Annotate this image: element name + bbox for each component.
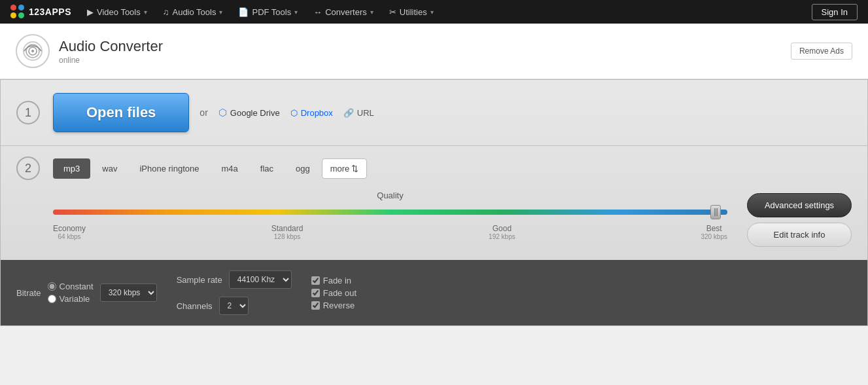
quality-slider[interactable] [53, 206, 727, 219]
quality-good: Good 192 kbps [489, 224, 515, 240]
app-title-text: Audio Converter online [59, 38, 163, 65]
channels-select[interactable]: 1 2 [219, 297, 249, 315]
chevron-up-down-icon: ⇅ [351, 164, 358, 174]
chevron-down-icon: ▾ [219, 9, 222, 16]
sample-rate-select[interactable]: 44100 Khz 22050 Khz 11025 Khz [229, 270, 292, 289]
google-drive-link[interactable]: ⬡ Google Drive [218, 107, 280, 119]
or-text: or [200, 107, 207, 118]
good-label: Good [489, 224, 515, 233]
fade-out-label: Fade out [323, 288, 356, 298]
audio-converter-icon [22, 41, 43, 62]
bitrate-group: Bitrate Constant Variable 320 kbps 256 k… [16, 282, 157, 304]
good-kbps: 192 kbps [489, 233, 515, 240]
quality-standard: Standard 128 kbps [271, 224, 304, 240]
audio-tools-icon: ♫ [163, 7, 169, 17]
advanced-settings-button[interactable]: Advanced settings [747, 193, 852, 217]
video-tools-icon: ▶ [87, 7, 94, 17]
reverse-option[interactable]: Reverse [311, 301, 356, 310]
settings-buttons: Advanced settings Edit track info [747, 193, 852, 247]
remove-ads-button[interactable]: Remove Ads [791, 43, 852, 60]
more-label: more [330, 164, 350, 174]
reverse-label: Reverse [323, 301, 355, 310]
fade-in-checkbox[interactable] [311, 276, 320, 285]
open-files-button[interactable]: Open files [53, 93, 189, 132]
quality-slider-area: Quality Economy 64 [53, 191, 727, 240]
pdf-tools-icon: 📄 [238, 7, 249, 17]
nav-utilities-label: Utilities [400, 7, 427, 17]
nav-video-tools[interactable]: ▶ Video Tools ▾ [80, 0, 154, 24]
bitrate-constant-option[interactable]: Constant [48, 282, 94, 291]
quality-economy: Economy 64 kbps [53, 224, 86, 240]
slider-track [53, 210, 727, 215]
fade-in-option[interactable]: Fade in [311, 276, 356, 285]
converter-panel: 1 Open files or ⬡ Google Drive ⬡ Dropbox… [0, 79, 868, 326]
channels-label: Channels [177, 301, 213, 311]
slider-thumb[interactable] [710, 205, 721, 219]
link-icon: 🔗 [343, 108, 354, 118]
tab-mp3[interactable]: mp3 [53, 158, 90, 179]
navbar: 123APPS ▶ Video Tools ▾ ♫ Audio Tools ▾ … [0, 0, 868, 24]
app-icon [16, 34, 50, 68]
converters-icon: ↔ [313, 7, 322, 17]
quality-best: Best 320 kbps [701, 224, 727, 240]
fade-out-option[interactable]: Fade out [311, 288, 356, 298]
google-drive-label: Google Drive [230, 108, 280, 118]
quality-section: Quality Economy 64 [1, 191, 867, 260]
nav-audio-tools-label: Audio Tools [172, 7, 216, 17]
slider-thumb-line2 [716, 208, 716, 216]
step2-number: 2 [16, 156, 40, 180]
logo[interactable]: 123APPS [10, 5, 71, 19]
bitrate-constant-radio[interactable] [48, 282, 56, 291]
logo-dots [10, 5, 25, 19]
slider-thumb-line [714, 208, 715, 216]
bitrate-label: Bitrate [16, 288, 41, 298]
bitrate-variable-radio[interactable] [48, 295, 56, 303]
dropbox-link[interactable]: ⬡ Dropbox [290, 108, 333, 118]
standard-kbps: 128 kbps [271, 233, 304, 240]
economy-kbps: 64 kbps [53, 233, 86, 240]
utilities-icon: ✂ [389, 7, 396, 17]
logo-dot-red [10, 5, 16, 10]
nav-converters[interactable]: ↔ Converters ▾ [307, 0, 380, 24]
dropbox-icon: ⬡ [290, 108, 298, 118]
more-formats-dropdown[interactable]: more ⇅ [322, 158, 368, 179]
economy-label: Economy [53, 224, 86, 233]
fade-out-checkbox[interactable] [311, 289, 320, 297]
sample-rate-label: Sample rate [177, 275, 222, 285]
bitrate-variable-option[interactable]: Variable [48, 294, 94, 304]
nav-pdf-tools-label: PDF Tools [252, 7, 291, 17]
step1-row: 1 Open files or ⬡ Google Drive ⬡ Dropbox… [1, 80, 867, 146]
sign-in-button[interactable]: Sign In [812, 4, 858, 20]
nav-utilities[interactable]: ✂ Utilities ▾ [383, 0, 440, 24]
reverse-checkbox[interactable] [311, 301, 320, 310]
logo-dot-blue [18, 5, 24, 10]
format-row: 2 mp3 wav iPhone ringtone m4a flac ogg m… [1, 146, 867, 191]
tab-ogg[interactable]: ogg [285, 158, 321, 179]
header-area: Audio Converter online Remove Ads [0, 24, 868, 79]
bitrate-variable-label: Variable [60, 294, 90, 304]
effects-group: Fade in Fade out Reverse [311, 276, 356, 310]
logo-dot-green [18, 12, 24, 18]
dropbox-label: Dropbox [301, 108, 333, 118]
url-link[interactable]: 🔗 URL [343, 108, 374, 118]
tab-wav[interactable]: wav [92, 158, 128, 179]
step1-number: 1 [16, 101, 40, 124]
bitrate-radio-group: Constant Variable [48, 282, 94, 304]
tab-iphone-ringtone[interactable]: iPhone ringtone [129, 158, 209, 179]
url-label: URL [357, 108, 374, 118]
nav-audio-tools[interactable]: ♫ Audio Tools ▾ [156, 0, 230, 24]
quality-label: Quality [53, 191, 727, 200]
standard-label: Standard [271, 224, 304, 233]
logo-text: 123APPS [29, 7, 71, 17]
nav-converters-label: Converters [325, 7, 367, 17]
tab-flac[interactable]: flac [250, 158, 284, 179]
step2-area: 2 mp3 wav iPhone ringtone m4a flac ogg m… [1, 146, 867, 260]
tab-m4a[interactable]: m4a [211, 158, 249, 179]
nav-pdf-tools[interactable]: 📄 PDF Tools ▾ [232, 0, 304, 24]
advanced-panel: Bitrate Constant Variable 320 kbps 256 k… [1, 260, 867, 325]
google-drive-icon: ⬡ [218, 107, 227, 119]
bitrate-select[interactable]: 320 kbps 256 kbps 192 kbps 128 kbps 64 k… [100, 284, 157, 302]
edit-track-info-button[interactable]: Edit track info [747, 223, 852, 247]
best-label: Best [701, 224, 727, 233]
sample-rate-group: Sample rate 44100 Khz 22050 Khz 11025 Kh… [177, 270, 292, 315]
